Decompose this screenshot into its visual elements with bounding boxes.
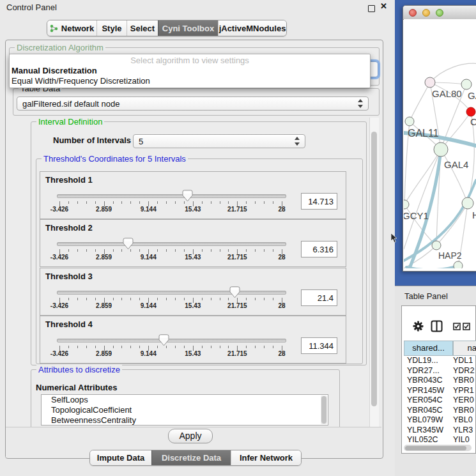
column-header-name[interactable]: na [453,341,476,356]
network-edge-highlighted[interactable] [406,266,458,268]
slider-scale-label: 15.43 [174,254,212,261]
table-data-combo[interactable]: galFiltered.sif default node [17,96,369,111]
number-of-intervals-combo[interactable]: 5 [133,134,305,148]
slider-tick [121,346,122,348]
slider-scale-label: 9.144 [129,206,167,213]
table-row[interactable]: YBR043CYBR0 [404,376,475,386]
tab-infer-network[interactable]: Infer Network [231,450,301,465]
close-icon[interactable]: ✕ [380,1,387,11]
list-scrollbar[interactable] [321,395,327,424]
threshold-slider-track[interactable] [57,194,286,198]
slider-tick [246,201,247,204]
network-canvas[interactable]: GAL80GACGAL11GAL4GCY1HHAP2 [404,19,476,268]
tab-jactivemnodules-label: jActiveMNodules [219,24,286,33]
threshold-panels: Threshold 1-3.4262.8599.14415.4321.71528… [40,171,345,363]
apply-button[interactable]: Apply [168,429,213,443]
node-label-gal4: GAL4 [444,159,468,170]
tab-jactivemnodules[interactable]: jActiveMNodules [218,20,286,36]
threshold-slider-thumb[interactable] [182,190,193,202]
panel-scrollbar-thumb[interactable] [371,132,377,406]
node-hap2[interactable] [432,241,441,250]
slider-tick [86,201,87,204]
slider-tick [113,201,114,204]
node-top-right[interactable] [461,79,472,89]
node-gcy1[interactable] [404,200,409,209]
attribute-list-item[interactable]: SelfLoops [42,395,328,405]
network-edge[interactable] [430,63,476,82]
node-bottom[interactable] [454,261,463,268]
threshold-value-field[interactable]: 6.316 [301,241,337,257]
table-row[interactable]: YBL079WYBL0 [404,415,475,426]
tab-style[interactable]: Style [96,20,127,36]
attribute-list-item[interactable]: TopologicalCoefficient [42,405,328,415]
checkbox-checked-icon[interactable] [453,323,461,330]
tab-impute-data[interactable]: Impute Data [90,450,151,465]
threshold-slider-thumb[interactable] [123,238,134,250]
panel-scrollbar[interactable] [369,118,379,427]
slider-tick [175,201,176,204]
table-row[interactable]: YER054CYER0 [404,395,475,406]
table-row[interactable]: YBR045CYBR0 [404,406,475,416]
threshold-slider-track[interactable] [57,339,286,342]
threshold-slider-track[interactable] [57,242,286,246]
node-gal80[interactable] [425,77,435,88]
column-header-shared-name[interactable]: shared... [404,341,453,356]
node-label-gal11: GAL11 [408,128,439,139]
network-icon [50,24,58,33]
slider-tick [77,346,78,348]
threshold-value-field[interactable]: 14.713 [301,193,337,210]
slider-tick [211,298,211,300]
slider-tick [184,249,185,252]
slider-scale-label: 2.859 [85,254,123,261]
threshold-value-field[interactable]: 11.344 [301,337,337,354]
table-row[interactable]: YDR27...YDR2 [404,366,475,376]
popup-item-equal-width[interactable]: Equal Width/Frequency Discretization [12,76,150,86]
tab-cyni-toolbox[interactable]: Cyni Toolbox [158,20,218,36]
split-column-icon[interactable] [431,320,443,332]
numerical-attributes-list[interactable]: SelfLoopsTopologicalCoefficientBetweenne… [41,394,328,426]
minimize-traffic-light-icon[interactable] [422,9,430,17]
slider-tick [246,298,247,300]
slider-tick [121,249,122,252]
popup-item-manual-discretization[interactable]: Manual Discretization [12,66,97,75]
network-edge[interactable] [410,82,430,121]
table-row[interactable]: YIL052CYIL0 [404,435,475,444]
node-h[interactable] [462,197,473,209]
close-traffic-light-icon[interactable] [409,9,417,17]
table-hscrollbar-thumb[interactable] [405,446,466,450]
slider-tick [175,249,176,252]
slider-tick [211,201,211,204]
control-panel-title: Control Panel [6,3,57,12]
node-gal11[interactable] [405,117,414,126]
slider-tick [95,201,96,204]
table-hscrollbar[interactable] [404,445,472,451]
threshold-slider-thumb[interactable] [158,334,169,346]
node-gal4[interactable] [434,142,448,157]
threshold-slider-thumb[interactable] [229,286,240,298]
tab-network[interactable]: Network [47,20,96,36]
network-edge[interactable] [430,82,466,84]
network-edge-highlighted[interactable] [409,150,441,268]
network-window-titlebar[interactable] [403,6,476,20]
numerical-attributes-label: Numerical Attributes [36,383,117,392]
network-edge[interactable] [441,150,468,203]
slider-tick [175,298,176,300]
threshold-value-field[interactable]: 21.4 [301,289,337,306]
tab-select[interactable]: Select [127,20,158,36]
table-row[interactable]: YPR145WYPR1 [404,386,475,396]
float-window-icon[interactable] [368,5,375,12]
table-row[interactable]: YDL19...YDL1 [404,356,475,366]
attribute-list-item[interactable]: BetweennessCentrality [42,415,328,426]
tab-discretize-data[interactable]: Discretize Data [151,450,231,465]
checkbox-checked-icon[interactable] [463,323,470,330]
gear-icon[interactable] [413,321,424,332]
table-row[interactable]: YLR345WYLR3 [404,426,475,436]
slider-scale-label: 28 [263,302,301,309]
node-label-hap2: HAP2 [438,250,462,261]
slider-tick [130,298,131,300]
threshold-slider-track[interactable] [57,291,286,295]
tab-network-label: Network [61,24,94,33]
zoom-traffic-light-icon[interactable] [436,9,443,17]
slider-tick [139,249,140,252]
node-red[interactable] [466,107,475,116]
